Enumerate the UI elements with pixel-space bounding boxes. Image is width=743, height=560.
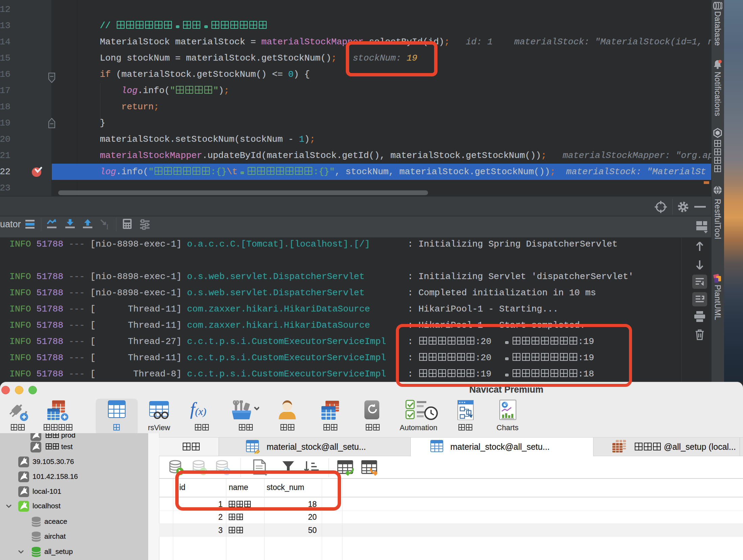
svg-text:I: I	[106, 223, 109, 231]
